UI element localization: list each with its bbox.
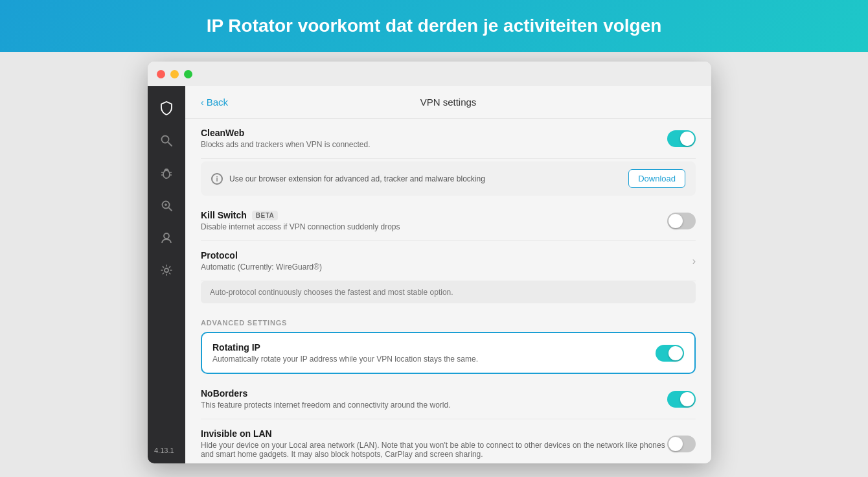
sidebar-item-magnify[interactable] <box>157 196 176 215</box>
sidebar-item-person[interactable] <box>157 229 176 247</box>
info-box-left: i Use our browser extension for advanced… <box>211 173 485 185</box>
title-bar <box>148 62 711 86</box>
banner-text: IP Rotator voorkomt dat derden je activi… <box>207 16 662 36</box>
noborders-toggle[interactable] <box>667 391 696 408</box>
invisible-lan-toggle[interactable] <box>667 436 696 452</box>
invisible-lan-row: Invisible on LAN Hide your device on you… <box>201 419 696 463</box>
invisible-lan-title: Invisible on LAN <box>201 428 667 439</box>
cleanweb-toggle[interactable] <box>667 130 696 147</box>
invisible-lan-desc: Hide your device on your Local area netw… <box>201 441 667 459</box>
rotating-ip-desc: Automatically rotate your IP address whi… <box>212 355 656 364</box>
noborders-row: NoBorders This feature protects internet… <box>201 379 696 419</box>
cleanweb-row: CleanWeb Blocks ads and trackers when VP… <box>201 119 696 159</box>
protocol-row: Protocol Automatic (Currently: WireGuard… <box>201 241 696 281</box>
cleanweb-info: CleanWeb Blocks ads and trackers when VP… <box>201 128 667 149</box>
svg-point-3 <box>164 233 169 238</box>
maximize-button[interactable] <box>184 70 192 78</box>
svg-point-1 <box>163 170 170 178</box>
page-title: VPN settings <box>420 97 477 108</box>
back-button[interactable]: ‹ Back <box>201 97 228 108</box>
cleanweb-title: CleanWeb <box>201 128 667 138</box>
cleanweb-section: CleanWeb Blocks ads and trackers when VP… <box>185 119 711 303</box>
version-label: 4.13.1 <box>154 447 174 454</box>
info-box: i Use our browser extension for advanced… <box>201 161 696 196</box>
kill-switch-info: Kill Switch BETA Disable internet access… <box>201 210 667 231</box>
content-header: ‹ Back VPN settings <box>185 86 711 119</box>
cleanweb-desc: Blocks ads and trackers when VPN is conn… <box>201 140 667 149</box>
protocol-desc: Automatic (Currently: WireGuard®) <box>201 262 692 272</box>
protocol-hint: Auto-protocol continuously chooses the f… <box>201 281 696 303</box>
back-chevron-icon: ‹ <box>201 97 204 108</box>
protocol-chevron-icon[interactable]: › <box>692 255 696 267</box>
close-button[interactable] <box>157 70 165 78</box>
minimize-button[interactable] <box>170 70 179 78</box>
sidebar-item-shield[interactable] <box>157 99 176 117</box>
svg-point-0 <box>162 136 169 143</box>
main-content: ‹ Back VPN settings CleanWeb Blocks ads … <box>185 86 711 463</box>
rotating-ip-toggle[interactable] <box>656 345 684 362</box>
sidebar <box>148 86 185 463</box>
back-label: Back <box>207 97 228 108</box>
beta-badge: BETA <box>252 211 278 220</box>
noborders-desc: This feature protects internet freedom a… <box>201 401 667 410</box>
kill-switch-row: Kill Switch BETA Disable internet access… <box>201 201 696 241</box>
sidebar-item-bug[interactable] <box>157 164 176 182</box>
rotating-ip-info: Rotating IP Automatically rotate your IP… <box>212 342 656 364</box>
noborders-info: NoBorders This feature protects internet… <box>201 388 667 410</box>
advanced-section-label: ADVANCED SETTINGS <box>185 308 711 332</box>
info-icon: i <box>211 173 223 185</box>
sidebar-item-gear[interactable] <box>157 261 176 279</box>
kill-switch-title: Kill Switch BETA <box>201 210 667 220</box>
svg-point-4 <box>165 268 168 272</box>
rotating-ip-title: Rotating IP <box>212 342 656 353</box>
app-window: ‹ Back VPN settings CleanWeb Blocks ads … <box>148 62 711 463</box>
rotating-ip-row: Rotating IP Automatically rotate your IP… <box>201 332 696 374</box>
protocol-info: Protocol Automatic (Currently: WireGuard… <box>201 250 692 272</box>
noborders-title: NoBorders <box>201 388 667 399</box>
invisible-lan-info: Invisible on LAN Hide your device on you… <box>201 428 667 459</box>
info-box-text: Use our browser extension for advanced a… <box>229 174 485 183</box>
sidebar-item-search[interactable] <box>157 132 176 150</box>
banner: IP Rotator voorkomt dat derden je activi… <box>0 0 868 52</box>
kill-switch-toggle[interactable] <box>667 213 696 229</box>
advanced-settings-section: NoBorders This feature protects internet… <box>185 379 711 463</box>
download-button[interactable]: Download <box>628 169 685 188</box>
kill-switch-desc: Disable internet access if VPN connectio… <box>201 222 667 231</box>
protocol-title: Protocol <box>201 250 692 261</box>
